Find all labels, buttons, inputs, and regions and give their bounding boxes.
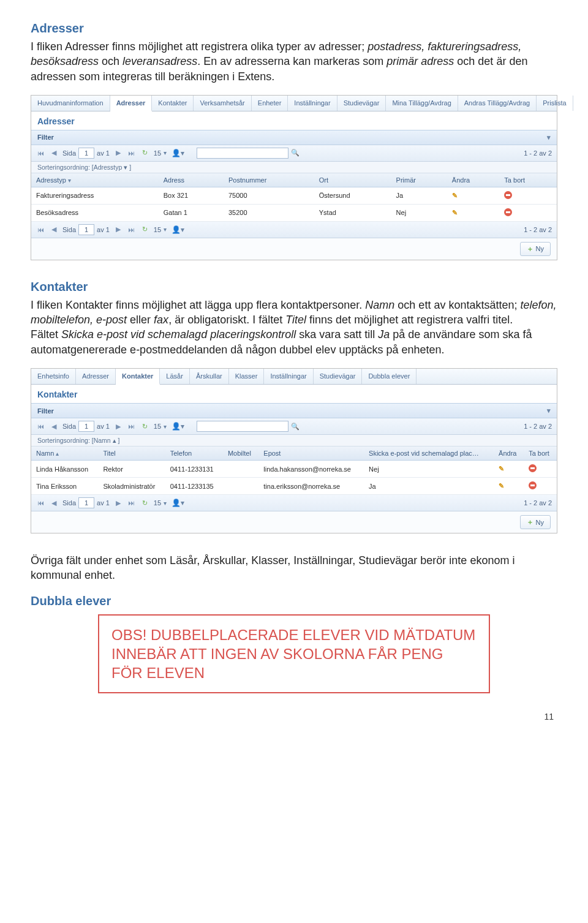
tab-adresser[interactable]: Adresser xyxy=(110,96,153,111)
last-page-icon[interactable]: ⏭ xyxy=(127,149,136,157)
record-count: 1 - 2 av 2 xyxy=(524,423,552,430)
col-telefon[interactable]: Telefon xyxy=(165,446,223,461)
table-row[interactable]: Besöksadress Gatan 1 35200 Ystad Nej ✎ xyxy=(31,204,557,221)
av-label: av 1 xyxy=(97,149,110,157)
edit-icon[interactable]: ✎ xyxy=(499,465,504,472)
tab-installningar[interactable]: Inställningar xyxy=(288,96,337,111)
col-namn[interactable]: Namn ▴ xyxy=(31,446,98,461)
delete-icon[interactable] xyxy=(504,191,512,199)
next-page-icon[interactable]: ▶ xyxy=(115,423,122,431)
page-input[interactable]: 1 xyxy=(78,421,94,432)
tab-studievagar[interactable]: Studievägar xyxy=(314,369,363,384)
tab-klasser[interactable]: Klasser xyxy=(229,369,265,384)
tab-enheter[interactable]: Enheter xyxy=(252,96,288,111)
record-count: 1 - 2 av 2 xyxy=(524,149,552,157)
col-epost[interactable]: Epost xyxy=(258,446,364,461)
screenshot-kontakter: Enhetsinfo Adresser Kontakter Läsår Årsk… xyxy=(31,368,557,533)
tab-huvudman[interactable]: Huvudmaninformation xyxy=(31,96,110,111)
col-titel[interactable]: Titel xyxy=(98,446,165,461)
delete-icon[interactable] xyxy=(529,464,537,472)
first-page-icon[interactable]: ⏮ xyxy=(36,499,45,507)
chevron-down-icon[interactable]: ▾ xyxy=(547,134,551,141)
page-input[interactable]: 1 xyxy=(78,148,94,159)
search-input[interactable] xyxy=(197,148,288,159)
first-page-icon[interactable]: ⏮ xyxy=(36,423,45,430)
record-count: 1 - 2 av 2 xyxy=(524,499,552,507)
sort-row: Sorteringsordning: [Adresstyp ▾ ] xyxy=(31,162,557,173)
page-number: 11 xyxy=(31,712,557,721)
next-page-icon[interactable]: ▶ xyxy=(115,499,122,507)
col-andra: Ändra xyxy=(447,173,500,187)
plus-icon: ＋ xyxy=(527,244,533,254)
pager-toolbar-bottom: ⏮ ◀ Sida 1 av 1 ▶ ⏭ ↻ 15▾ 👤▾ 1 - 2 av 2 xyxy=(31,222,557,238)
edit-icon[interactable]: ✎ xyxy=(452,209,458,216)
delete-icon[interactable] xyxy=(504,208,512,216)
panel-title: Adresser xyxy=(31,111,557,130)
col-skicka[interactable]: Skicka e-post vid schemalagd plac… xyxy=(364,446,494,461)
filter-bar[interactable]: Filter ▾ xyxy=(31,130,557,145)
tab-kontakter[interactable]: Kontakter xyxy=(116,369,160,385)
person-icon[interactable]: 👤▾ xyxy=(172,422,184,431)
col-primar[interactable]: Primär xyxy=(391,173,447,187)
last-page-icon[interactable]: ⏭ xyxy=(127,423,136,430)
tab-prislista[interactable]: Prislista xyxy=(537,96,573,111)
new-button[interactable]: ＋Ny xyxy=(520,515,551,529)
last-page-icon[interactable]: ⏭ xyxy=(127,226,136,233)
next-page-icon[interactable]: ▶ xyxy=(115,225,122,233)
search-icon[interactable]: 🔍 xyxy=(291,149,300,157)
refresh-icon[interactable]: ↻ xyxy=(141,225,149,233)
tab-dubbla-elever[interactable]: Dubbla elever xyxy=(362,369,417,384)
edit-icon[interactable]: ✎ xyxy=(452,192,458,199)
person-icon[interactable]: 👤▾ xyxy=(172,225,184,234)
table-row[interactable]: Faktureringsadress Box 321 75000 Östersu… xyxy=(31,187,557,204)
first-page-icon[interactable]: ⏮ xyxy=(36,149,45,157)
tab-studievagar[interactable]: Studievägar xyxy=(337,96,386,111)
col-adresstyp[interactable]: Adresstyp ▾ xyxy=(31,173,159,187)
tab-lasar[interactable]: Läsår xyxy=(160,369,190,384)
refresh-icon[interactable]: ↻ xyxy=(141,149,149,157)
edit-icon[interactable]: ✎ xyxy=(499,482,504,489)
last-page-icon[interactable]: ⏭ xyxy=(127,499,136,507)
filter-bar[interactable]: Filter ▾ xyxy=(31,403,557,418)
col-ort[interactable]: Ort xyxy=(314,173,391,187)
prev-page-icon[interactable]: ◀ xyxy=(50,225,58,233)
prev-page-icon[interactable]: ◀ xyxy=(50,423,58,431)
tab-enhetsinfo[interactable]: Enhetsinfo xyxy=(31,369,76,384)
col-tabort: Ta bort xyxy=(499,173,557,187)
first-page-icon[interactable]: ⏮ xyxy=(36,226,45,233)
side-label: Sida xyxy=(62,149,76,157)
tab-adresser[interactable]: Adresser xyxy=(76,369,116,384)
person-icon[interactable]: 👤▾ xyxy=(172,149,184,157)
tab-mina-tillagg[interactable]: Mina Tillägg/Avdrag xyxy=(386,96,458,111)
tab-kontakter[interactable]: Kontakter xyxy=(152,96,194,111)
tab-arskullar[interactable]: Årskullar xyxy=(190,369,229,384)
delete-icon[interactable] xyxy=(529,481,537,489)
section-para-kontakter: I fliken Kontakter finns möjlighet att l… xyxy=(31,298,557,357)
table-row[interactable]: Linda Håkansson Rektor 0411-1233131 lind… xyxy=(31,461,557,478)
new-button[interactable]: ＋Ny xyxy=(520,242,551,256)
section-heading-kontakter: Kontakter xyxy=(31,280,557,294)
prev-page-icon[interactable]: ◀ xyxy=(50,149,58,157)
refresh-icon[interactable]: ↻ xyxy=(141,499,149,507)
prev-page-icon[interactable]: ◀ xyxy=(50,499,58,507)
search-icon[interactable]: 🔍 xyxy=(291,423,300,431)
tab-strip: Huvudmaninformation Adresser Kontakter V… xyxy=(31,96,557,111)
page-input[interactable]: 1 xyxy=(78,497,94,508)
chevron-down-icon[interactable]: ▾ xyxy=(547,407,551,415)
person-icon[interactable]: 👤▾ xyxy=(172,499,184,507)
col-adress[interactable]: Adress xyxy=(159,173,224,187)
tab-installningar[interactable]: Inställningar xyxy=(264,369,313,384)
record-count: 1 - 2 av 2 xyxy=(524,226,552,233)
col-postnummer[interactable]: Postnummer xyxy=(224,173,314,187)
next-page-icon[interactable]: ▶ xyxy=(115,149,122,157)
col-mobiltel[interactable]: Mobiltel xyxy=(223,446,258,461)
section-para-ovriga: Övriga fält under enhet som Läsår, Årsku… xyxy=(31,553,557,583)
page-input[interactable]: 1 xyxy=(78,224,94,235)
refresh-icon[interactable]: ↻ xyxy=(141,423,149,431)
table-row[interactable]: Tina Eriksson Skoladministratör 0411-123… xyxy=(31,478,557,495)
search-input[interactable] xyxy=(197,421,288,432)
per-page[interactable]: 15 xyxy=(154,149,161,157)
tab-andras-tillagg[interactable]: Andras Tillägg/Avdrag xyxy=(458,96,537,111)
tab-verksamhetsar[interactable]: Verksamhetsår xyxy=(194,96,251,111)
filter-label: Filter xyxy=(37,134,54,141)
